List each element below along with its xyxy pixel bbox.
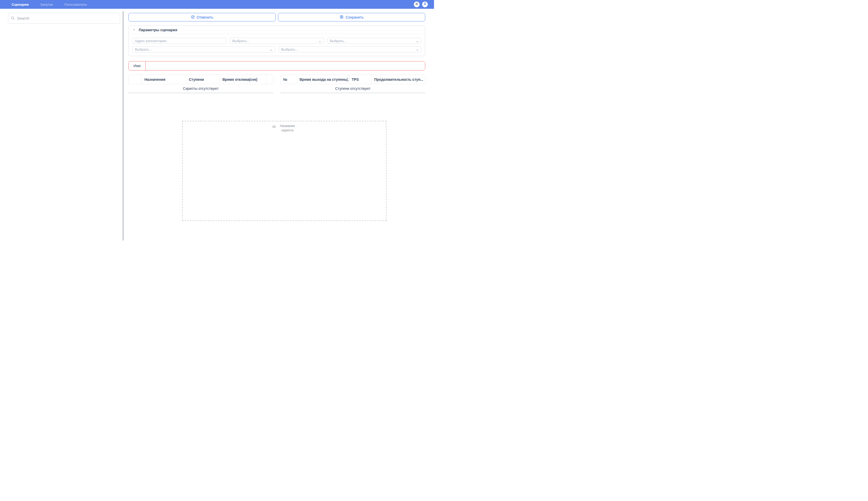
params-row-1: Выбрать... Выбрать... <box>132 38 421 44</box>
cancel-button-label: Отменить <box>197 15 213 19</box>
scripts-col-purpose: Назначение <box>142 75 186 84</box>
chevron-down-icon <box>416 48 419 53</box>
search-box <box>8 13 120 24</box>
save-button-label: Сохранить <box>346 15 364 19</box>
scripts-col-steps: Ступени <box>186 75 220 84</box>
chevron-down-icon <box>318 40 321 44</box>
script-drop-area: Название скрипта <box>182 121 386 221</box>
main-layout: Отменить Сохранить Параметры сценария <box>0 9 434 250</box>
scripts-table: Назначение Ступени Время отклика(сек) Ск… <box>128 75 273 93</box>
tab-scenarios[interactable]: Сценарии <box>12 3 29 7</box>
user-icon <box>423 2 427 7</box>
action-buttons: Отменить Сохранить <box>128 13 425 21</box>
scenario-params-toggle[interactable]: Параметры сценария <box>129 26 425 34</box>
select-3-placeholder: Выбрать... <box>135 47 152 51</box>
eye-icon <box>272 125 276 130</box>
steps-table-header: № Время выхода на ступень(... TPS Продол… <box>281 75 426 84</box>
steps-col-ramp-time: Время выхода на ступень(... <box>297 75 349 84</box>
select-2[interactable]: Выбрать... <box>327 38 421 44</box>
panel-body: Выбрать... Выбрать... Выбрать... <box>129 34 425 56</box>
cancel-button[interactable]: Отменить <box>128 13 276 21</box>
steps-col-number: № <box>281 75 297 84</box>
tables-row: Назначение Ступени Время отклика(сек) Ск… <box>128 75 425 93</box>
chevron-down-icon <box>270 48 273 53</box>
name-input[interactable] <box>146 62 425 70</box>
scenario-params-panel: Параметры сценария Выбрать... Выбрать... <box>128 25 425 56</box>
steps-col-tps: TPS <box>349 75 372 84</box>
repo-address-input[interactable] <box>132 38 226 44</box>
params-row-2: Выбрать... Выбрать... <box>132 46 421 52</box>
scripts-col-response-time: Время отклика(сек) <box>220 75 266 84</box>
chevron-down-icon <box>416 40 419 44</box>
select-3[interactable]: Выбрать... <box>132 46 275 52</box>
select-1-placeholder: Выбрать... <box>232 39 249 43</box>
tab-user[interactable]: Пользователь <box>64 3 87 7</box>
prohibition-icon <box>191 15 195 20</box>
select-4[interactable]: Выбрать... <box>279 46 421 52</box>
scripts-col-blank-left <box>129 75 142 84</box>
navbar-actions <box>414 2 428 7</box>
name-field-group: Имя <box>128 61 425 71</box>
settings-button[interactable] <box>414 2 419 7</box>
content-area: Отменить Сохранить Параметры сценария <box>124 9 434 250</box>
gear-icon <box>415 2 419 7</box>
sidebar <box>0 9 123 250</box>
steps-empty-state: Ступени отсутствуют <box>281 84 426 93</box>
top-navbar: Сценарии Запуски Пользователь <box>0 0 434 9</box>
scripts-table-header: Назначение Ступени Время отклика(сек) <box>128 75 273 84</box>
save-button[interactable]: Сохранить <box>278 13 425 21</box>
nav-tabs: Сценарии Запуски Пользователь <box>12 3 87 7</box>
scripts-col-blank-right <box>266 75 273 84</box>
chevron-down-icon <box>133 28 136 32</box>
profile-button[interactable] <box>422 2 428 7</box>
script-ghost-label: Название скрипта <box>272 124 297 133</box>
select-1[interactable]: Выбрать... <box>230 38 324 44</box>
select-4-placeholder: Выбрать... <box>281 47 298 51</box>
search-icon <box>11 16 15 20</box>
scripts-empty-state: Скрипты отсутствуют <box>128 84 273 93</box>
script-ghost-text: Название скрипта <box>278 124 297 133</box>
steps-col-duration: Продолжительность ступ... <box>372 75 425 84</box>
steps-table: № Время выхода на ступень(... TPS Продол… <box>281 75 426 93</box>
tab-runs[interactable]: Запуски <box>40 3 53 7</box>
select-2-placeholder: Выбрать... <box>330 39 347 43</box>
floppy-icon <box>340 15 344 20</box>
panel-title: Параметры сценария <box>139 28 177 32</box>
search-input[interactable] <box>8 13 120 24</box>
name-field-label: Имя <box>129 62 146 70</box>
